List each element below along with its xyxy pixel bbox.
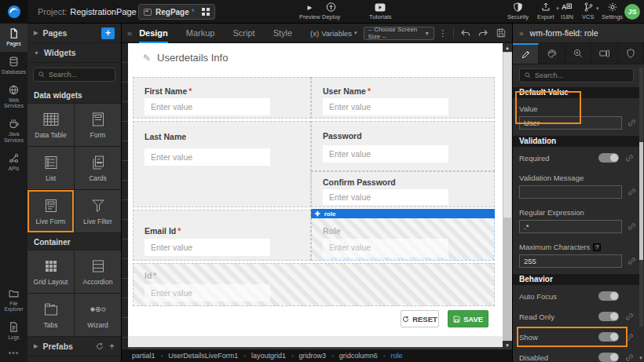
field-cell-first-name[interactable]: First Name* Enter value (133, 77, 311, 119)
widget-list[interactable]: List (27, 147, 74, 189)
widget-data-table[interactable]: Data Table (27, 104, 74, 146)
breadcrumb-layoutgrid1[interactable]: layoutgrid1 (251, 352, 286, 360)
widget-tabs[interactable]: Tabs (27, 294, 74, 336)
collapse-right-panel-icon[interactable]: » (519, 29, 524, 38)
bind-link-icon[interactable] (628, 257, 636, 265)
breadcrumb-userdetailsliveform1[interactable]: UserDetailsLiveForm1 (168, 352, 238, 360)
i18n-button[interactable]: A I18N (561, 2, 573, 20)
tab-security[interactable] (618, 43, 644, 64)
tab-inspect[interactable] (565, 43, 591, 64)
regular-expression-input[interactable] (519, 220, 622, 233)
deploy-button[interactable]: Deploy (322, 2, 340, 20)
selected-widget-tag[interactable]: ✚ role (311, 209, 495, 218)
auto-focus-toggle[interactable] (598, 291, 619, 301)
breadcrumb-role[interactable]: role (391, 352, 403, 360)
add-page-button[interactable]: + (101, 27, 115, 39)
app-logo[interactable] (0, 0, 28, 24)
tab-style[interactable]: Style (273, 24, 292, 43)
save-button[interactable]: SAVE (448, 310, 488, 327)
grid-view-icon[interactable] (202, 8, 210, 16)
field-cell-last-name[interactable]: Last Name Enter value (133, 121, 311, 207)
tab-design[interactable]: Design (139, 24, 168, 43)
widget-search-input[interactable]: Search... (33, 68, 115, 82)
field-cell-password[interactable]: Password Enter value (311, 121, 495, 171)
user-avatar[interactable]: JS (624, 4, 640, 20)
first-name-input[interactable]: Enter value (145, 98, 270, 115)
settings-button[interactable]: Settings ▾ (602, 2, 623, 20)
field-cell-email[interactable]: Email Id* Enter value (133, 210, 311, 261)
breadcrumb-gridcolumn6[interactable]: gridcolumn6 (339, 352, 378, 360)
widget-wizard[interactable]: Wizard (75, 294, 121, 336)
prefabs-section-header[interactable]: ▶ Prefabs + (27, 337, 121, 357)
validation-message-input[interactable] (519, 185, 622, 199)
rail-item-pages[interactable]: Pages (0, 24, 27, 52)
rail-item-logs[interactable]: Logs (0, 317, 27, 346)
property-search-input[interactable]: Search... (519, 68, 634, 82)
page-structure-section-header[interactable]: ▶ Page Structure (27, 357, 121, 362)
tab-styles[interactable] (539, 43, 565, 64)
bind-link-icon[interactable] (625, 154, 634, 163)
bind-link-icon[interactable] (625, 353, 634, 362)
canvas-page[interactable]: ✎ Userdetails Info First Name* Enter val… (128, 43, 503, 336)
pages-section-header[interactable]: ▶ Pages + (27, 24, 121, 43)
read-only-toggle[interactable] (598, 312, 619, 321)
more-menu-icon[interactable]: ⋮ (438, 28, 447, 38)
scrollbar-thumb[interactable] (639, 142, 643, 260)
collapse-left-panel-icon[interactable]: « (127, 28, 132, 38)
add-prefab-icon[interactable]: + (109, 341, 115, 352)
email-input[interactable]: Enter value (145, 239, 270, 256)
help-icon[interactable]: ? (593, 243, 601, 251)
value-input[interactable] (519, 116, 622, 130)
widget-form[interactable]: Form (75, 104, 121, 146)
password-input[interactable]: Enter value (323, 145, 448, 163)
screen-size-select[interactable]: -- Choose Screen Size -- ▼ (364, 27, 435, 40)
rail-item-apis[interactable]: APIs (0, 148, 27, 177)
reset-button[interactable]: RESET (401, 310, 439, 327)
widget-live-filter[interactable]: Live Filter (75, 190, 121, 232)
widget-grid-layout[interactable]: Grid Layout (27, 250, 74, 293)
redo-icon[interactable] (478, 29, 488, 38)
field-cell-user-name[interactable]: User Name* Enter value (311, 77, 495, 119)
rail-more-button[interactable]: ••• (0, 346, 27, 362)
inspector-scrollbar[interactable] (639, 68, 643, 327)
page-tab-regpage[interactable]: RegPage * (138, 4, 215, 20)
save-page-icon[interactable] (496, 28, 506, 38)
required-toggle[interactable] (598, 153, 619, 163)
disabled-toggle[interactable] (598, 353, 619, 362)
bind-link-icon[interactable] (628, 222, 636, 231)
security-button[interactable]: Security (507, 2, 529, 20)
rail-item-databases[interactable]: Databases (0, 52, 27, 80)
rail-item-file-explorer[interactable]: File Explorer (0, 283, 27, 318)
canvas-scrollbar[interactable]: ▲ ▼ (503, 43, 512, 349)
widget-live-form[interactable]: Live Form (27, 190, 74, 232)
maximum-characters-input[interactable] (519, 254, 622, 268)
field-cell-confirm-password[interactable]: Confirm Password Enter value (311, 171, 495, 207)
bind-link-icon[interactable] (625, 313, 634, 321)
scroll-up-button[interactable]: ▲ (503, 43, 512, 52)
preview-button[interactable]: ▶ Preview (299, 2, 320, 20)
refresh-icon[interactable] (96, 342, 104, 350)
breadcrumb-gridrow3[interactable]: gridrow3 (299, 352, 327, 360)
undo-icon[interactable] (460, 29, 470, 38)
variables-menu-button[interactable]: (x) Variables ▾ (310, 29, 357, 38)
breadcrumb-partial1[interactable]: partial1 (132, 352, 156, 360)
widget-accordion[interactable]: Accordion (75, 250, 121, 293)
vcs-button[interactable]: VCS ▾ (582, 2, 594, 20)
last-name-input[interactable]: Enter value (145, 148, 270, 166)
user-name-input[interactable]: Enter value (323, 98, 448, 115)
bind-link-icon[interactable] (628, 119, 636, 127)
rail-item-java-services[interactable]: Java Services (0, 114, 27, 148)
widget-cards[interactable]: Cards (75, 147, 121, 189)
widgets-section-header[interactable]: ▼ Widgets (27, 43, 121, 63)
tutorials-button[interactable]: Tutorials (369, 2, 391, 20)
scroll-down-button[interactable]: ▼ (503, 341, 512, 349)
scrollbar-thumb[interactable] (503, 53, 511, 218)
tab-devices[interactable] (591, 43, 617, 64)
bind-link-icon[interactable] (625, 333, 634, 342)
rail-item-web-services[interactable]: Web Services (0, 80, 27, 115)
confirm-password-input[interactable]: Enter value (323, 189, 448, 205)
tab-script[interactable]: Script (233, 24, 255, 43)
form-title-row[interactable]: ✎ Userdetails Info (143, 52, 228, 64)
show-toggle[interactable] (598, 332, 619, 342)
export-button[interactable]: Export ▾ (537, 2, 554, 20)
